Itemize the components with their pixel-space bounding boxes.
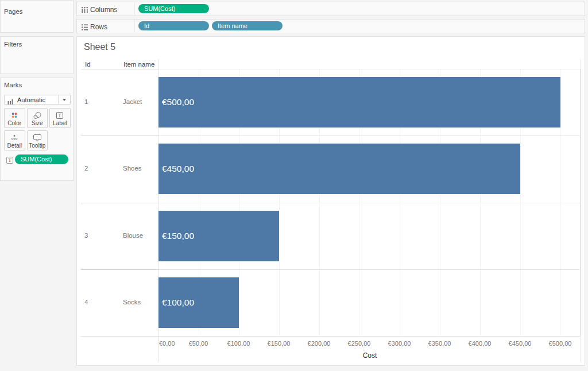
rows-shelf[interactable]: Rows IdItem name: [76, 19, 585, 33]
x-tick-label: €500,00: [549, 340, 572, 347]
row-item-label: Shoes: [123, 165, 142, 172]
shelf-divider: [134, 20, 135, 33]
header-underline: [81, 69, 158, 69]
detail-icon: [10, 133, 18, 142]
chevron-down-icon: [63, 99, 66, 101]
shelf-divider: [134, 2, 135, 16]
bar-value-label: €150,00: [158, 231, 194, 241]
marks-button-size[interactable]: Size: [27, 108, 48, 128]
bar-value-label: €100,00: [158, 297, 194, 308]
sheet-panel: Sheet 5 Id Item name 1Jacket€500,002Shoe…: [76, 36, 585, 366]
columns-icon: [81, 6, 88, 13]
rows-pill-id[interactable]: Id: [138, 21, 209, 30]
color-icon: [10, 111, 18, 120]
x-tick-label: €350,00: [428, 340, 451, 347]
x-tick-label: €250,00: [348, 340, 371, 347]
row-divider: [81, 136, 159, 136]
tooltip-icon: [33, 133, 42, 142]
bar-value-label: €450,00: [158, 164, 194, 174]
columns-pillbox: SUM(Cost): [138, 4, 209, 13]
row-id-label: 2: [84, 165, 88, 172]
column-header-item-name[interactable]: Item name: [123, 61, 154, 68]
x-tick-label: €100,00: [227, 340, 250, 347]
row-divider: [81, 269, 159, 270]
row-id-label: 1: [84, 98, 88, 105]
row-item-label: Jacket: [123, 98, 142, 105]
bar-blouse[interactable]: €150,00: [158, 211, 279, 261]
x-tick-label: €150,00: [268, 340, 291, 347]
x-tick-label: €300,00: [388, 340, 411, 347]
filters-shelf[interactable]: Filters: [0, 36, 74, 74]
x-tick-label: €50,00: [189, 340, 208, 347]
columns-pill-sum-cost[interactable]: SUM(Cost): [138, 4, 209, 13]
plot-top-border: [158, 69, 580, 69]
mark-type-value: Automatic: [17, 96, 45, 103]
row-item-label: Blouse: [123, 232, 143, 239]
marks-button-label[interactable]: Label: [49, 108, 71, 128]
plot-right-border: [580, 59, 581, 69]
mark-type-caret-zone[interactable]: [58, 95, 70, 104]
pages-shelf[interactable]: Pages: [0, 0, 74, 33]
x-tick-label: €400,00: [469, 340, 492, 347]
bar-jacket[interactable]: €500,00: [158, 77, 560, 127]
marks-button-tooltip[interactable]: Tooltip: [27, 130, 48, 150]
row-divider: [159, 269, 581, 270]
x-tick-label: €200,00: [308, 340, 331, 347]
rows-shelf-label: Rows: [90, 23, 107, 31]
columns-shelf[interactable]: Columns SUM(Cost): [76, 2, 585, 16]
marks-button-detail[interactable]: Detail: [4, 130, 25, 150]
columns-shelf-label: Columns: [90, 6, 117, 14]
x-tick-label: €0,00: [159, 340, 175, 347]
row-divider: [159, 136, 581, 136]
row-divider: [81, 203, 159, 203]
row-divider: [159, 203, 581, 203]
x-axis-line: [81, 336, 580, 337]
rows-icon: [81, 23, 88, 30]
marks-pill-sum-cost[interactable]: SUM(Cost): [15, 154, 68, 164]
marks-button-color[interactable]: Color: [4, 108, 25, 128]
row-id-label: 3: [84, 232, 88, 239]
x-axis-title[interactable]: Cost: [363, 351, 377, 360]
sheet-title: Sheet 5: [84, 42, 115, 52]
size-icon: [33, 111, 42, 120]
bar-shoes[interactable]: €450,00: [158, 144, 520, 194]
x-tick-label: €450,00: [509, 340, 532, 347]
tableau-workspace: { "sidebar": { "pages_label": "Pages", "…: [0, 0, 588, 371]
rows-pill-item-name[interactable]: Item name: [212, 21, 283, 30]
bar-chart-icon: [7, 96, 14, 103]
label-icon: [56, 111, 64, 120]
column-header-id[interactable]: Id: [85, 61, 91, 68]
marks-card: Marks Automatic T SUM(Cost) ColorSizeLab…: [0, 78, 74, 181]
row-id-label: 4: [84, 299, 88, 306]
plot-right-border: [580, 336, 581, 362]
marks-label: Marks: [4, 82, 22, 88]
filters-label: Filters: [4, 41, 22, 48]
row-item-label: Socks: [123, 299, 141, 306]
bar-socks[interactable]: €100,00: [158, 277, 239, 328]
mark-type-dropdown[interactable]: Automatic: [4, 95, 71, 105]
bar-value-label: €500,00: [158, 97, 194, 107]
text-mark-icon: T: [6, 157, 13, 164]
pages-label: Pages: [4, 8, 23, 15]
rows-pillbox: IdItem name: [138, 21, 283, 30]
